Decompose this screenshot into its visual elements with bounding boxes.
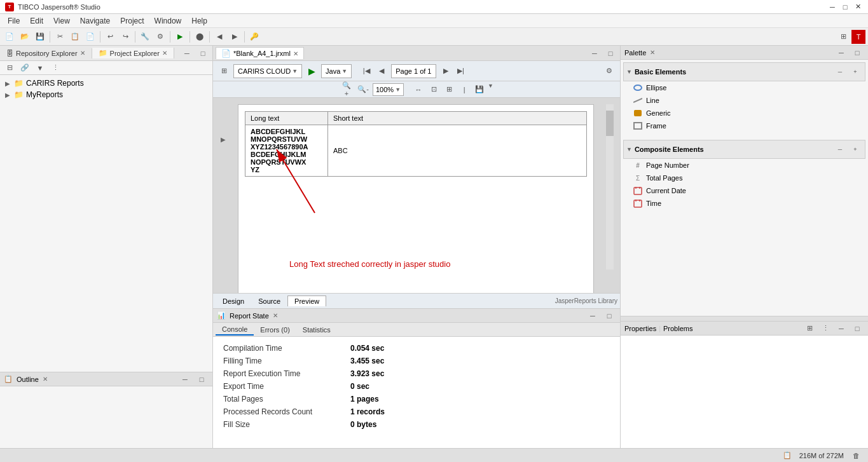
zoom-out-btn[interactable]: 🔍- [356,83,370,97]
palette-scrollbar[interactable] [621,316,868,321]
close-button[interactable]: ✕ [853,2,863,12]
toolbar-btn-3[interactable]: 📋 [68,30,82,44]
palette-maximize[interactable]: □ [850,46,864,60]
save-view-chevron[interactable]: ▼ [488,83,493,97]
toolbar-btn-8[interactable]: ⚙ [153,30,167,44]
composite-collapse[interactable]: ─ [833,142,847,156]
zoom-dropdown[interactable]: 100% ▼ [373,83,404,96]
props-tab-properties[interactable]: Properties [624,325,656,332]
run-button[interactable]: ▶ [173,30,187,44]
tab-project-explorer[interactable]: 📁 Project Explorer ✕ [92,48,174,58]
props-minimize[interactable]: ─ [834,322,848,336]
props-maximize[interactable]: □ [850,322,864,336]
proj-tab-close[interactable]: ✕ [162,50,167,57]
palette-generic[interactable]: Generic [623,107,865,119]
outline-minimize[interactable]: ─ [178,372,192,386]
menu-project[interactable]: Project [115,15,149,27]
palette-line[interactable]: Line [623,94,865,107]
editor-maximize[interactable]: □ [603,46,617,60]
rs-tab-errors[interactable]: Errors (0) [254,325,296,335]
filter-button[interactable]: ▼ [33,61,47,75]
datasource-dropdown[interactable]: CARIRS CLOUD ▼ [233,64,302,78]
palette-close[interactable]: ✕ [650,49,655,56]
composite-elements-header[interactable]: ▼ Composite Elements ─ + [623,140,865,159]
props-new-window[interactable]: ⊞ [803,322,816,336]
panel-minimize[interactable]: ─ [180,46,194,60]
repo-tab-close[interactable]: ✕ [80,50,85,57]
palette-ellipse[interactable]: Ellipse [623,81,865,94]
toolbar-btn-5[interactable]: ↩ [103,30,117,44]
tree-item-carirs[interactable]: ▶ 📁 CARIRS Reports [3,78,210,89]
props-tab-problems[interactable]: Problems [663,325,692,332]
save-view-btn[interactable]: 💾 [472,83,486,97]
report-options-btn[interactable]: ⚙ [602,64,616,78]
zoom-in-btn[interactable]: 🔍+ [340,83,354,97]
tab-preview[interactable]: Preview [287,296,326,306]
toolbar-btn-10[interactable]: ▶ [228,30,242,44]
nav-next[interactable]: ▶ [439,64,453,78]
palette-page-number[interactable]: # Page Number [623,159,865,172]
editor-tab-close[interactable]: ✕ [293,50,298,57]
tree-item-myreports[interactable]: ▶ 📁 MyReports [3,89,210,100]
gc-button[interactable]: 🗑 [849,449,863,463]
menu-window[interactable]: Window [149,15,187,27]
toolbar-btn-7[interactable]: 🔧 [138,30,152,44]
preferences-button[interactable]: 🔑 [247,30,261,44]
report-layout-btn[interactable]: ⊞ [217,64,231,78]
editor-minimize[interactable]: ─ [588,46,602,60]
link-editor-button[interactable]: 🔗 [18,61,32,75]
menu-view[interactable]: View [48,15,75,27]
separator-btn[interactable]: | [457,83,471,97]
menu-edit[interactable]: Edit [25,15,48,27]
run-report-btn[interactable]: ▶ [305,64,319,78]
tab-repository-explorer[interactable]: 🗄 Repository Explorer ✕ [0,48,92,58]
editor-tab-blank[interactable]: 📄 *Blank_A4_1.jrxml ✕ [216,47,304,59]
report-state-close[interactable]: ✕ [273,312,278,319]
menu-file[interactable]: File [3,15,25,27]
save-button[interactable]: 💾 [33,30,47,44]
rs-tab-statistics[interactable]: Statistics [296,325,337,335]
tab-source[interactable]: Source [251,296,287,307]
status-action-btn[interactable]: 📋 [780,449,794,463]
palette-current-date[interactable]: Current Date [623,184,865,197]
outline-maximize[interactable]: □ [195,372,209,386]
palette-frame[interactable]: Frame [623,119,865,132]
basic-expand[interactable]: + [848,65,862,79]
palette-total-pages[interactable]: Σ Total Pages [623,172,865,184]
palette-time[interactable]: Time [623,197,865,210]
menu-help[interactable]: Help [186,15,212,27]
toolbar-right-2[interactable]: T [851,30,865,44]
language-dropdown[interactable]: Java ▼ [321,64,352,78]
toolbar-right-1[interactable]: ⊞ [836,30,850,44]
new-button[interactable]: 📄 [3,30,17,44]
nav-first[interactable]: |◀ [359,64,373,78]
toolbar-btn-9[interactable]: ◀ [212,30,226,44]
rs-tab-console[interactable]: Console [216,324,254,336]
outline-close[interactable]: ✕ [43,376,48,383]
maximize-button[interactable]: □ [840,2,850,12]
window-controls[interactable]: ─ □ ✕ [827,2,863,12]
nav-prev[interactable]: ◀ [375,64,389,78]
menu-navigate[interactable]: Navigate [75,15,115,27]
palette-minimize[interactable]: ─ [834,46,848,60]
panel-maximize[interactable]: □ [196,46,210,60]
tab-design[interactable]: Design [216,296,251,307]
rs-minimize[interactable]: ─ [586,309,600,323]
toolbar-btn-4[interactable]: 📄 [83,30,97,44]
toolbar-btn-2[interactable]: ✂ [53,30,67,44]
collapse-all-button[interactable]: ⊟ [3,61,17,75]
debug-button[interactable]: ⬤ [193,30,207,44]
composite-expand[interactable]: + [848,142,862,156]
toolbar-btn-6[interactable]: ↪ [118,30,132,44]
minimize-button[interactable]: ─ [827,2,837,12]
fit-page-btn[interactable]: ⊡ [427,83,441,97]
more-options-button[interactable]: ⋮ [48,61,62,75]
basic-collapse[interactable]: ─ [833,65,847,79]
canvas-area[interactable]: ▶ Long text Short text ABCDEFGHIJKLMNOP [213,98,620,293]
rs-maximize[interactable]: □ [602,309,616,323]
props-options[interactable]: ⋮ [818,322,832,336]
actual-size-btn[interactable]: ⊞ [442,83,456,97]
open-button[interactable]: 📂 [18,30,32,44]
nav-last[interactable]: ▶| [454,64,468,78]
basic-elements-header[interactable]: ▼ Basic Elements ─ + [623,62,865,81]
